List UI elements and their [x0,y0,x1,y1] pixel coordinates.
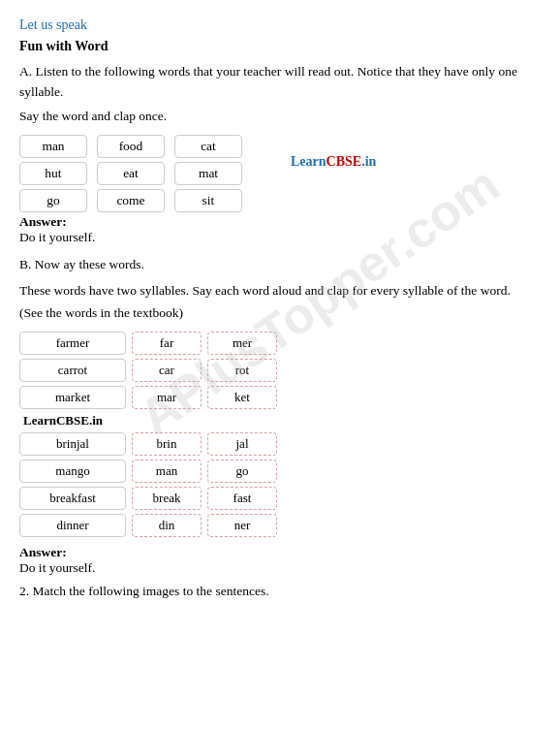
word-go: go [19,189,87,212]
word-man: man [132,460,202,483]
row-mango: mango man go [19,460,541,483]
learn-cbse-badge-b: LearnCBSE.in [23,413,103,428]
answer-text-b: Do it yourself. [19,560,95,575]
section-title: Fun with Word [19,39,541,54]
row-farmer: farmer far mer [19,332,541,355]
word-food: food [97,135,165,158]
word-hut: hut [19,162,87,185]
word-rot: rot [207,359,277,382]
word-ket: ket [207,386,277,409]
section-b-header: B. Now ay these words. [19,255,541,275]
answer-text-a: Do it yourself. [19,230,95,244]
word-mer: mer [207,332,277,355]
section-a-instruction1: A. Listen to the following words that yo… [19,62,541,103]
answer-label-b: Answer: [19,545,67,559]
section-b-instruction2: These words have two syllables. Say each… [19,281,541,302]
section-b-instruction3: (See the words in the textbook) [19,303,541,324]
word-breakfast: breakfast [19,487,126,510]
word-eat: eat [97,162,165,185]
row-brinjal: brinjal brin jal [19,432,541,456]
word-market: market [19,386,126,409]
row-carrot: carrot car rot [19,359,541,382]
row-market: market mar ket [19,386,541,409]
section-b-answer: Answer: Do it yourself. [19,545,541,576]
word-brinjal: brinjal [19,432,126,456]
word-jal: jal [207,432,277,456]
word-break: break [132,487,202,510]
word-mar: mar [132,386,202,409]
word-fast: fast [207,487,277,510]
word-come: come [97,189,165,212]
word-ner: ner [207,514,277,537]
word-brin: brin [132,432,202,456]
word-din: din [132,514,202,537]
word-car: car [132,359,202,382]
section-a-word-grid: man food cat hut eat mat go come sit [19,135,242,212]
section-a-answer: Answer: Do it yourself. [19,214,541,245]
word-mat: mat [174,162,242,185]
row-breakfast: breakfast break fast [19,487,541,510]
learn-cbse-badge-a: LearnCBSE.in [291,154,376,169]
section-b-instruction1: B. Now ay these words. [19,255,541,275]
page-title: Let us speak [19,17,541,33]
section-b-word-rows: farmer far mer carrot car rot market mar… [19,332,541,537]
section-2-text: 2. Match the following images to the sen… [19,584,541,599]
section-a-instruction2: Say the word and clap once. [19,107,541,127]
answer-label-a: Answer: [19,214,67,229]
word-sit: sit [174,189,242,212]
row-dinner: dinner din ner [19,514,541,537]
word-go: go [207,460,277,483]
word-man: man [19,135,87,158]
word-dinner: dinner [19,514,126,537]
word-carrot: carrot [19,359,126,382]
word-mango: mango [19,460,126,483]
word-far: far [132,332,202,355]
word-cat: cat [174,135,242,158]
word-farmer: farmer [19,332,126,355]
